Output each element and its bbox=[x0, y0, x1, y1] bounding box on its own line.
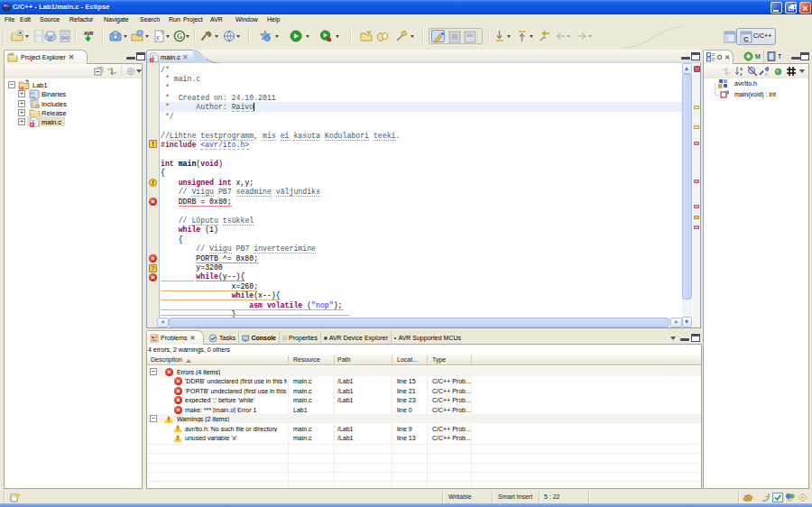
svg-text:c: c bbox=[157, 33, 161, 41]
svg-text:s: s bbox=[765, 71, 768, 77]
svg-text:AVR: AVR bbox=[83, 31, 94, 36]
svg-text:z: z bbox=[740, 71, 743, 77]
svg-text:×: × bbox=[31, 123, 33, 127]
svg-text:G: G bbox=[177, 32, 182, 41]
svg-text:C: C bbox=[743, 35, 749, 43]
